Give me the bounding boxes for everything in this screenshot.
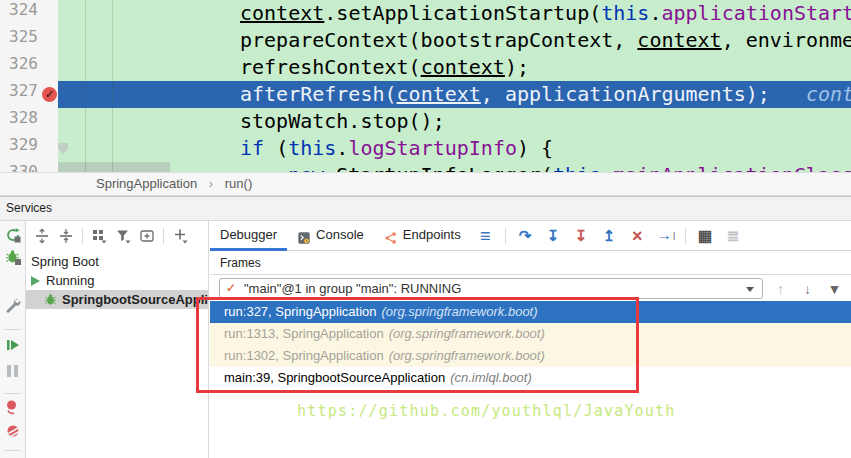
tab-debugger[interactable]: Debugger [210, 221, 287, 251]
code-token: ) { [517, 136, 553, 160]
editor-gutter[interactable]: 327✓ [0, 81, 58, 108]
step-out-icon[interactable]: ↥ [601, 228, 618, 244]
code-token: this [601, 1, 649, 25]
code-token: context [421, 55, 505, 79]
tree-toolbar [26, 221, 208, 251]
code-token: applicationStartup [661, 1, 851, 25]
tree-item-application[interactable]: SpringbootSourceAppli [26, 290, 208, 309]
add-service-icon[interactable] [172, 228, 188, 244]
code-token: ( [276, 136, 288, 160]
toolbar-separator [685, 228, 686, 244]
rerun-icon[interactable] [5, 227, 21, 243]
breadcrumb: SpringApplication › run() [0, 172, 851, 196]
tab-console[interactable]: Console [287, 221, 374, 251]
editor-gutter[interactable]: 329 [0, 135, 58, 162]
editor-gutter[interactable]: 330 [0, 162, 58, 172]
thread-selector-value: "main"@1 in group "main": RUNNING [244, 279, 461, 298]
editor-gutter[interactable]: 326 [0, 54, 58, 81]
tab-label: Endpoints [403, 221, 461, 248]
frame-location: run:327, SpringApplication [224, 304, 377, 319]
code-text[interactable]: context.setApplicationStartup(this.appli… [58, 0, 851, 27]
run-to-cursor-icon[interactable]: → [657, 227, 674, 245]
editor-lines: 324context.setApplicationStartup(this.ap… [0, 0, 851, 172]
code-token: refreshContext( [240, 55, 421, 79]
code-text[interactable]: new StartupInfoLogger(this.mainApplicati… [58, 162, 851, 172]
services-left-toolbar [0, 221, 26, 458]
code-token: stopWatch.stop(); [240, 109, 445, 133]
new-tab-icon[interactable] [139, 228, 155, 244]
code-text[interactable]: stopWatch.stop(); [58, 108, 851, 135]
frame-package: (org.springframework.boot) [389, 326, 545, 341]
line-number: 330 [9, 162, 38, 172]
services-panel-title[interactable]: Services [0, 196, 851, 221]
step-over-icon[interactable]: ↷ [517, 228, 534, 244]
code-editor[interactable]: 324context.setApplicationStartup(this.ap… [0, 0, 851, 172]
breadcrumb-method[interactable]: run() [225, 176, 252, 191]
mute-breakpoints-icon[interactable] [5, 423, 21, 439]
drop-frame-icon[interactable]: × [629, 228, 646, 244]
indent-highlight [58, 162, 170, 172]
code-token: context [770, 82, 851, 106]
toolbar-separator [505, 228, 506, 244]
code-token: new [288, 163, 336, 172]
expand-all-icon[interactable] [34, 228, 50, 244]
code-token: logStartupInfo [348, 136, 517, 160]
endpoints-icon [384, 227, 398, 241]
force-step-into-icon[interactable]: ↧ [573, 228, 590, 244]
step-into-icon[interactable]: ↧ [545, 228, 562, 244]
threads-menu-icon[interactable]: ≡ [477, 228, 494, 244]
tab-label: Console [316, 221, 364, 248]
code-token: context [397, 82, 481, 106]
pause-icon[interactable] [5, 363, 21, 379]
view-breakpoints-icon[interactable] [5, 399, 21, 415]
filter-frames-icon[interactable]: ▼ [826, 281, 843, 297]
layout-settings-icon[interactable]: ≣ [725, 228, 742, 244]
tree-item-spring-boot[interactable]: Spring Boot [26, 252, 208, 271]
frame-row[interactable]: run:327, SpringApplication(org.springfra… [210, 301, 851, 323]
code-line: 328stopWatch.stop(); [0, 108, 851, 135]
stop-icon[interactable] [5, 273, 21, 289]
thread-selector-dropdown[interactable]: ✓ "main"@1 in group "main": RUNNING [219, 278, 763, 299]
settings-wrench-icon[interactable] [5, 297, 21, 313]
resume-icon[interactable] [5, 337, 21, 353]
line-number: 325 [9, 27, 38, 46]
tree-item-running[interactable]: Running [26, 271, 208, 290]
group-by-icon[interactable] [91, 228, 107, 244]
toolbar-separator [163, 228, 164, 244]
code-token: StartupInfoLogger( [336, 163, 553, 172]
next-frame-icon[interactable]: ↓ [799, 281, 816, 297]
frame-row[interactable]: run:1313, SpringApplication(org.springfr… [210, 323, 851, 345]
services-tree-panel: Spring Boot Running SpringbootSourceAppl… [26, 221, 209, 458]
frame-package: (org.springframework.boot) [382, 304, 538, 319]
code-token: this [288, 136, 336, 160]
tree-item-label: Spring Boot [31, 254, 99, 269]
frame-location: main:39, SpringbootSourceApplication [224, 370, 445, 385]
code-text[interactable]: refreshContext(context); [58, 54, 851, 81]
tab-endpoints[interactable]: Endpoints [374, 221, 471, 251]
frame-row[interactable]: run:1302, SpringApplication(org.springfr… [210, 345, 851, 367]
code-text[interactable]: if (this.logStartupInfo) { [58, 135, 851, 162]
editor-gutter[interactable]: 324 [0, 0, 58, 27]
code-text[interactable]: prepareContext(bootstrapContext, context… [58, 27, 851, 54]
breakpoint-verified-icon[interactable]: ✓ [42, 87, 57, 102]
collapse-all-icon[interactable] [58, 228, 74, 244]
code-line: 326refreshContext(context); [0, 54, 851, 81]
editor-gutter[interactable]: 325 [0, 27, 58, 54]
tab-label: Debugger [220, 221, 277, 248]
frame-row[interactable]: main:39, SpringbootSourceApplication(cn.… [210, 367, 851, 389]
running-icon [31, 276, 40, 286]
editor-gutter[interactable]: 328 [0, 108, 58, 135]
evaluate-expression-icon[interactable]: ▦ [697, 228, 714, 244]
filter-tree-icon[interactable] [115, 228, 131, 244]
code-token: afterRefresh( [240, 82, 397, 106]
previous-frame-icon[interactable]: ↑ [772, 281, 789, 297]
code-token: if [240, 136, 276, 160]
fold-marker-icon[interactable] [58, 143, 68, 154]
breadcrumb-class[interactable]: SpringApplication [96, 176, 197, 191]
code-text[interactable]: afterRefresh(context, applicationArgumen… [58, 81, 851, 108]
spring-rerun-debug-icon[interactable] [5, 249, 21, 265]
line-number: 329 [9, 135, 38, 154]
code-token: , environment, listeners, applicationArg… [722, 28, 851, 52]
console-icon [297, 227, 311, 241]
tree-item-label: SpringbootSourceAppli [62, 292, 208, 307]
